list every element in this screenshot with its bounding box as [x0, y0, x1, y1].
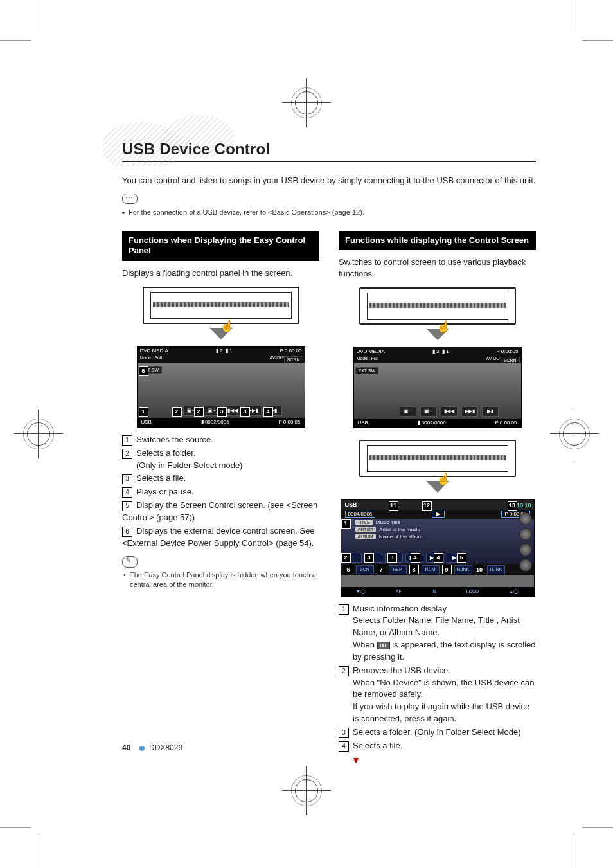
- shot-control-bar: ▣− ▣+ ▮◀◀ ▶▶▮ ▶▮: [164, 406, 301, 416]
- connection-note: For the connection of a USB device, refe…: [122, 208, 536, 216]
- callout-3: 3: [217, 407, 227, 417]
- ctrl-src: USB: [345, 502, 357, 508]
- ctrl-album: Name of the album: [379, 534, 423, 539]
- touch-hand-icon: ☝: [436, 472, 450, 486]
- side-icon: [519, 559, 532, 572]
- tip-icon: [122, 556, 138, 568]
- crop-mark: [574, 837, 574, 868]
- left-tip-text: The Easy Control Panel display is hidden…: [130, 570, 319, 590]
- ctrl-callout-1: 1: [341, 519, 351, 529]
- control-screen-screenshot: USB 10:10 0004/0006 ▶ P 0:00:05 11 12 13…: [341, 499, 535, 597]
- callout-6: 6: [139, 366, 148, 376]
- left-column: Functions when Displaying the Easy Contr…: [122, 231, 319, 765]
- info-icon: [122, 194, 138, 204]
- page-content: USB Device Control You can control and l…: [122, 140, 536, 765]
- side-icon: [519, 543, 532, 556]
- ext-sw-badge: EXT SW: [355, 367, 379, 374]
- crop-mark: [39, 837, 39, 868]
- manual-page: USB Device Control You can control and l…: [0, 0, 613, 868]
- crop-mark: [39, 0, 39, 31]
- callout-1: 1: [139, 407, 148, 417]
- right-item-2-sub2: If you wish to play it again while the U…: [353, 701, 536, 725]
- right-section-desc: Switches to control screen to use variou…: [339, 257, 536, 279]
- crop-mark: [574, 0, 574, 31]
- ctrl-play-state: ▶: [432, 511, 445, 518]
- left-item-4: Plays or pause.: [136, 487, 194, 496]
- easy-panel-screenshot: DVD MEDIA ▮ 2 ▮ 1 P 0:00:05 Mode : Full …: [137, 346, 305, 428]
- left-item-1: Switches the source.: [136, 435, 213, 444]
- side-icon: [519, 512, 532, 525]
- ctrl-count: 0004/0006: [345, 511, 376, 518]
- ctrl-callout-3: 3: [364, 553, 374, 563]
- right-item-1: Music information display: [353, 604, 447, 613]
- left-item-5: Display the Screen Control screen. (see …: [122, 500, 317, 522]
- crop-mark: [0, 40, 31, 41]
- device-illustration: ☝: [143, 287, 299, 324]
- right-item-1-sub1: Selects Folder Name, File Name, TItle , …: [353, 615, 536, 639]
- ctrl-callout-7: 7: [377, 565, 386, 574]
- device-illustration: ☝: [359, 287, 516, 325]
- left-section-heading: Functions when Displaying the Easy Contr…: [122, 231, 319, 262]
- callout-2: 2: [172, 407, 182, 417]
- callout-4: 4: [263, 407, 273, 417]
- ctrl-callout-6: 6: [344, 565, 353, 574]
- left-item-2-sub: (Only in Folder Select mode): [136, 460, 319, 472]
- left-item-2: Selects a folder.: [136, 448, 196, 458]
- shot-foot-time: P 0:00:05: [278, 419, 300, 425]
- registration-mark-left: [19, 415, 58, 453]
- ctrl-callout-4b: 4: [434, 553, 443, 563]
- ctrl-callout-12: 12: [422, 501, 432, 511]
- side-icon: [519, 528, 532, 541]
- ctrl-callout-11: 11: [389, 501, 398, 511]
- shot-time: P 0:00:05: [280, 348, 301, 354]
- touch-hand-icon: ☝: [436, 320, 450, 334]
- model-name: DDX8029: [149, 743, 182, 752]
- left-callout-list: 1Switches the source. 2Selects a folder.…: [122, 434, 319, 550]
- callout-2b: 2: [194, 407, 204, 417]
- right-section-heading: Functions while displaying the Control S…: [339, 231, 536, 251]
- right-panel-screenshot: DVD MEDIA ▮ 2 ▮ 1 P 0:00:05 Mode : Full …: [353, 347, 522, 428]
- left-item-6: Displays the external device control scr…: [122, 526, 314, 548]
- ctrl-title: Music Title: [376, 520, 400, 525]
- shot-control-bar: ▣− ▣+ ▮◀◀ ▶▶▮ ▶▮: [381, 406, 517, 417]
- ctrl-callout-8: 8: [409, 565, 419, 574]
- ctrl-callout-9: 9: [442, 565, 452, 574]
- right-item-4: Selects a file.: [353, 741, 402, 750]
- page-number: 40: [122, 743, 130, 752]
- touch-hand-icon: ☝: [220, 319, 234, 333]
- right-item-2-sub1: When "No Device" is shown, the USB devic…: [353, 677, 536, 701]
- registration-mark-right: [555, 415, 594, 453]
- ctrl-info-area: 1 TITLE Music Title ARTIST Artist of the…: [341, 519, 534, 564]
- intro-text: You can control and listen to songs in y…: [122, 175, 536, 186]
- section-title-bar: USB Device Control: [122, 140, 536, 162]
- ctrl-bottom-strip: ▼◯ AF IN LOUD ▲◯: [341, 587, 534, 596]
- ctrl-side-icons: [519, 510, 533, 584]
- shot-src-label: DVD MEDIA: [140, 348, 168, 354]
- left-item-3: Selects a file.: [136, 473, 186, 483]
- note-row: [122, 193, 536, 204]
- callout-3b: 3: [240, 407, 250, 417]
- page-footer: 40 DDX8029: [122, 743, 182, 752]
- scroll-icon: [377, 642, 390, 649]
- ctrl-callout-13: 13: [508, 501, 517, 511]
- two-column-layout: Functions when Displaying the Easy Contr…: [122, 231, 536, 765]
- continue-indicator-icon: ▼: [351, 755, 536, 765]
- tip-row: [122, 556, 319, 568]
- ctrl-artist: Artist of the music: [379, 527, 420, 532]
- ctrl-callout-3b: 3: [387, 553, 397, 563]
- ctrl-callout-4: 4: [411, 553, 420, 563]
- page-title: USB Device Control: [122, 140, 536, 158]
- ctrl-callout-10: 10: [475, 565, 484, 574]
- ctrl-callout-2: 2: [341, 553, 351, 563]
- ctrl-clock: 10:10: [517, 502, 531, 509]
- right-column: Functions while displaying the Control S…: [339, 231, 536, 765]
- left-section-desc: Displays a floating control panel in the…: [122, 267, 319, 279]
- crop-mark: [0, 827, 31, 828]
- right-item-2: Removes the USB device.: [353, 665, 450, 675]
- shot-foot-src: USB: [141, 419, 152, 425]
- right-item-3: Selects a folder. (Only in Folder Select…: [353, 727, 521, 737]
- ctrl-button-row: 6 SCN 7 REP 8 RDM 9 FLINK 10 TLINK: [341, 564, 534, 575]
- right-callout-list: 1Music information display Selects Folde…: [339, 603, 536, 752]
- crop-mark: [582, 40, 613, 41]
- registration-mark-bottom: [287, 772, 326, 810]
